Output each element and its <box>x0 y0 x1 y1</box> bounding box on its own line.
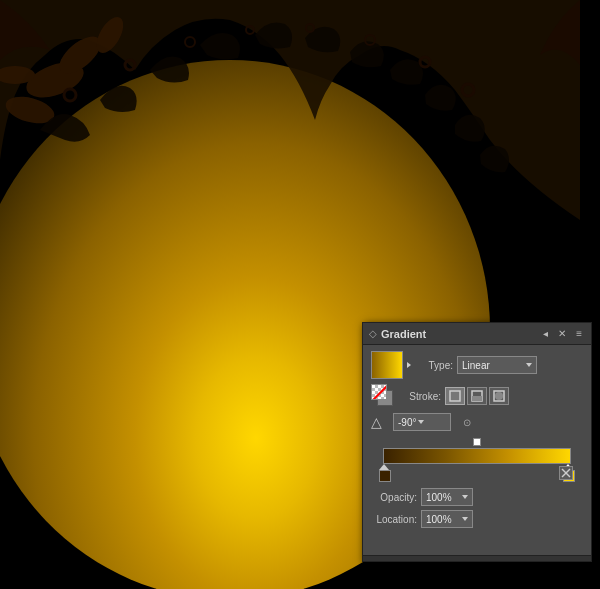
panel-titlebar: ◇ Gradient ◂ ✕ ≡ <box>363 323 591 345</box>
angle-icon: △ <box>371 414 389 430</box>
gradient-bar[interactable] <box>383 448 571 464</box>
type-value: Linear <box>462 360 522 371</box>
angle-value: -90° <box>398 417 416 428</box>
svg-point-5 <box>64 89 76 101</box>
stroke-label: Stroke: <box>403 391 441 402</box>
arch-overlay <box>0 0 580 220</box>
angle-dropdown-arrow <box>418 420 424 424</box>
angle-row: △ -90° ⊙ <box>371 413 583 431</box>
location-dropdown[interactable]: 100% <box>421 510 473 528</box>
panel-scrollbar[interactable] <box>363 555 591 561</box>
opacity-dropdown-arrow <box>462 495 468 499</box>
opacity-row: Opacity: 100% <box>371 488 583 506</box>
delete-stop-button[interactable] <box>559 466 573 480</box>
reverse-area: ⊙ <box>463 417 471 428</box>
panel-body: Type: Linear <box>363 345 591 538</box>
panel-title-icons: ◂ ✕ ≡ <box>540 327 585 340</box>
panel-menu-button[interactable]: ≡ <box>573 327 585 340</box>
panel-scroll-left-button[interactable]: ◂ <box>540 327 551 340</box>
stroke-btn-0[interactable] <box>445 387 465 405</box>
gradient-panel: ◇ Gradient ◂ ✕ ≡ Type: <box>362 322 592 562</box>
stroke-btn-1[interactable] <box>467 387 487 405</box>
svg-point-7 <box>185 37 195 47</box>
stroke-icons <box>445 387 509 405</box>
svg-point-18 <box>495 392 503 400</box>
opacity-value: 100% <box>426 492 460 503</box>
panel-close-button[interactable]: ✕ <box>555 327 569 340</box>
opacity-label: Opacity: <box>371 492 417 503</box>
reverse-icon: ⊙ <box>463 417 471 428</box>
swatch-dropdown-arrow <box>407 362 411 368</box>
panel-title-left: ◇ Gradient <box>369 328 426 340</box>
stroke-row: Stroke: <box>371 384 583 408</box>
gradient-swatch[interactable] <box>371 351 403 379</box>
gradient-top-handles <box>383 436 571 448</box>
panel-title-text: Gradient <box>381 328 426 340</box>
gradient-stops-row <box>383 464 571 482</box>
stroke-btn-2[interactable] <box>489 387 509 405</box>
location-dropdown-arrow <box>462 517 468 521</box>
type-dropdown-arrow <box>526 363 532 367</box>
location-value: 100% <box>426 514 460 525</box>
svg-rect-16 <box>472 396 482 401</box>
gradient-diamond-icon: ◇ <box>369 328 377 339</box>
svg-line-13 <box>372 385 387 400</box>
type-row: Type: Linear <box>371 351 583 379</box>
stroke-front-swatch <box>371 384 387 400</box>
svg-rect-14 <box>450 391 460 401</box>
angle-dropdown[interactable]: -90° <box>393 413 451 431</box>
opacity-dropdown[interactable]: 100% <box>421 488 473 506</box>
stroke-swatch-pair[interactable] <box>371 384 399 408</box>
location-label: Location: <box>371 514 417 525</box>
gradient-stop-left[interactable] <box>379 464 391 482</box>
canvas: ◇ Gradient ◂ ✕ ≡ Type: <box>0 0 600 589</box>
location-row: Location: 100% <box>371 510 583 528</box>
gradient-bar-container <box>371 436 583 484</box>
type-label: Type: <box>415 360 453 371</box>
type-dropdown[interactable]: Linear <box>457 356 537 374</box>
midpoint-handle[interactable] <box>473 438 481 446</box>
